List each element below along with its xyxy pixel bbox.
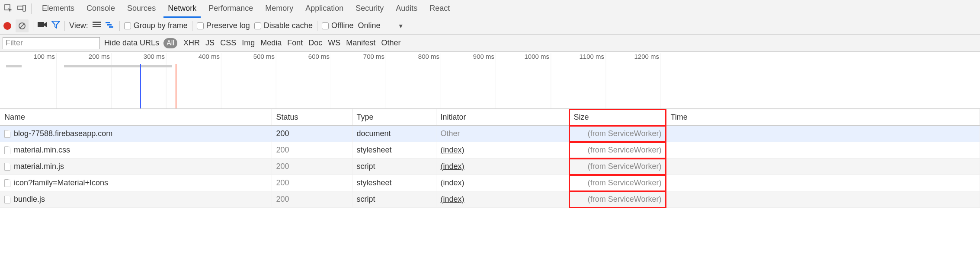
timeline-tick: 900 ms [473,53,494,60]
filter-type-img[interactable]: Img [240,38,256,47]
separator [119,21,120,31]
svg-rect-2 [23,5,26,11]
timeline-tick: 100 ms [34,53,55,60]
filter-type-all[interactable]: All [163,38,177,48]
svg-rect-5 [38,22,44,27]
filter-type-doc[interactable]: Doc [307,38,324,47]
file-icon [4,130,10,138]
tab-audits[interactable]: Audits [390,0,423,17]
load-line [176,64,176,108]
timeline-tick: 500 ms [253,53,275,60]
large-rows-icon[interactable] [93,21,101,30]
request-status: 200 [272,142,352,159]
request-initiator[interactable]: (index) [436,191,569,208]
table-row[interactable]: blog-77588.firebaseapp.com200documentOth… [0,126,980,142]
filter-input[interactable] [3,37,100,49]
request-status: 200 [272,191,352,208]
request-time [666,159,980,175]
filter-type-manifest[interactable]: Manifest [344,38,377,47]
request-time [666,142,980,159]
request-size: (from ServiceWorker) [569,159,666,175]
tab-sources[interactable]: Sources [121,0,162,17]
inspect-element-icon[interactable] [3,3,15,15]
request-name: material.min.js [14,162,64,171]
request-initiator[interactable]: (index) [436,159,569,175]
network-table: Name Status Type Initiator Size Time blo… [0,109,980,208]
separator [33,21,33,31]
file-icon [4,179,10,187]
tab-console[interactable]: Console [80,0,121,17]
request-size: (from ServiceWorker) [569,142,666,159]
timeline-tick: 1100 ms [579,53,604,60]
request-size: (from ServiceWorker) [569,126,666,142]
separator [192,21,192,31]
request-name: bundle.js [14,195,45,204]
col-init[interactable]: Initiator [436,109,569,126]
filter-type-js[interactable]: JS [204,38,216,47]
hide-data-urls-checkbox[interactable]: Hide data URLs [104,38,159,48]
tab-security[interactable]: Security [349,0,390,17]
timeline-tick: 700 ms [363,53,384,60]
timeline-tick: 1200 ms [634,53,659,60]
timeline-bar [64,65,172,67]
waterfall-icon[interactable] [106,21,115,30]
tab-network[interactable]: Network [162,0,202,17]
col-status[interactable]: Status [272,109,352,126]
tab-performance[interactable]: Performance [202,0,259,17]
filter-type-css[interactable]: CSS [218,38,238,47]
request-initiator[interactable]: (index) [436,175,569,191]
col-name[interactable]: Name [0,109,272,126]
clear-button[interactable] [16,19,29,32]
col-type[interactable]: Type [352,109,436,126]
table-row[interactable]: material.min.js200script(index)(from Ser… [0,159,980,175]
request-time [666,175,980,191]
table-row[interactable]: bundle.js200script(index)(from ServiceWo… [0,191,980,208]
request-status: 200 [272,126,352,142]
filter-type-other[interactable]: Other [379,38,402,47]
device-toolbar-icon[interactable] [16,3,28,15]
request-type: stylesheet [352,142,436,159]
table-row[interactable]: material.min.css200stylesheet(index)(fro… [0,142,980,159]
table-row[interactable]: icon?family=Material+Icons200stylesheet(… [0,175,980,191]
filter-type-font[interactable]: Font [285,38,304,47]
timeline-tick: 600 ms [308,53,330,60]
request-type: script [352,159,436,175]
svg-rect-11 [109,26,113,28]
col-size[interactable]: Size [569,109,666,126]
timeline-tick: 800 ms [418,53,439,60]
file-icon [4,163,10,171]
disable-cache-checkbox[interactable]: Disable cache [254,21,313,30]
tab-application[interactable]: Application [299,0,349,17]
separator [317,21,317,31]
timeline-overview[interactable]: 100 ms200 ms300 ms400 ms500 ms600 ms700 … [0,52,980,109]
svg-rect-7 [93,24,101,25]
svg-rect-1 [18,6,23,10]
request-status: 200 [272,159,352,175]
group-by-frame-checkbox[interactable]: Group by frame [124,21,188,30]
filter-icon[interactable] [51,21,60,31]
preserve-log-checkbox[interactable]: Preserve log [197,21,250,30]
domcontentloaded-line [140,64,141,108]
request-initiator[interactable]: (index) [436,142,569,159]
throttling-select[interactable]: Online [358,21,381,30]
col-time[interactable]: Time [666,109,980,126]
file-icon [4,196,10,203]
offline-checkbox[interactable]: Offline [322,21,354,30]
dropdown-arrow-icon[interactable]: ▼ [398,22,404,29]
request-type: script [352,191,436,208]
timeline-tick: 400 ms [199,53,220,60]
timeline-tick: 300 ms [144,53,165,60]
tab-react[interactable]: React [423,0,456,17]
filter-type-media[interactable]: Media [259,38,283,47]
camera-icon[interactable] [38,21,47,30]
filter-type-xhr[interactable]: XHR [182,38,202,47]
tab-elements[interactable]: Elements [36,0,80,17]
tab-memory[interactable]: Memory [259,0,299,17]
request-size: (from ServiceWorker) [569,191,666,208]
request-initiator: Other [436,126,569,142]
record-button[interactable] [3,22,11,30]
separator [31,3,32,14]
file-icon [4,146,10,154]
filter-type-ws[interactable]: WS [326,38,342,47]
separator [64,21,65,31]
